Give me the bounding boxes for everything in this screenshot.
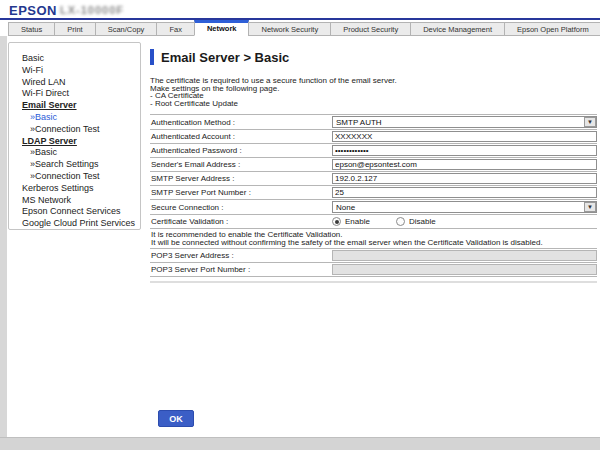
form-row-authenticated-account: Authenticated Account : <box>150 129 597 143</box>
certificate-validation-label: Certificate Validation : <box>150 217 332 226</box>
model-name-blurred: LX-10000F <box>60 4 124 16</box>
footer-bar <box>0 437 600 450</box>
email-server-form: Authentication Method : SMTP AUTH ▼ Auth… <box>150 114 597 283</box>
app-header: EPSON LX-10000F <box>0 0 600 18</box>
form-row-certificate-validation: Certificate Validation : Enable Disable <box>150 214 597 228</box>
sidebar-nav: Basic Wi-Fi Wired LAN Wi-Fi Direct Email… <box>8 42 141 230</box>
certificate-validation-disable-radio[interactable]: Disable <box>396 217 436 226</box>
form-end-divider <box>150 281 597 283</box>
form-row-smtp-server-port: SMTP Server Port Number : <box>150 185 597 199</box>
tab-fax[interactable]: Fax <box>156 22 195 36</box>
disable-radio-label: Disable <box>409 217 436 226</box>
certificate-validation-radio-group: Enable Disable <box>332 217 436 226</box>
sidebar-item-epson-connect-services[interactable]: Epson Connect Services <box>9 206 140 218</box>
top-tab-bar: Status Print Scan/Copy Fax Network Netwo… <box>8 20 600 36</box>
smtp-server-address-input[interactable] <box>332 173 597 184</box>
form-row-authenticated-password: Authenticated Password : <box>150 143 597 157</box>
sidebar-item-ldap-search-settings[interactable]: »Search Settings <box>9 159 140 171</box>
tab-product-security[interactable]: Product Security <box>330 22 411 36</box>
form-row-authentication-method: Authentication Method : SMTP AUTH ▼ <box>150 114 597 129</box>
authenticated-password-label: Authenticated Password : <box>150 146 332 155</box>
sidebar-item-wifi-direct[interactable]: Wi-Fi Direct <box>9 88 140 100</box>
title-accent-bar <box>150 49 154 65</box>
pop3-server-port-input <box>332 264 597 275</box>
authentication-method-label: Authentication Method : <box>150 118 332 127</box>
dropdown-arrow-icon[interactable]: ▼ <box>584 202 596 212</box>
page-title-row: Email Server > Basic <box>150 48 597 66</box>
form-row-smtp-server-address: SMTP Server Address : <box>150 171 597 185</box>
form-row-secure-connection: Secure Connection : None ▼ <box>150 199 597 214</box>
authenticated-password-input[interactable] <box>332 145 597 156</box>
sidebar-item-email-server[interactable]: Email Server <box>9 100 140 112</box>
tab-status[interactable]: Status <box>8 22 55 36</box>
certificate-validation-enable-radio[interactable]: Enable <box>332 217 370 226</box>
senders-email-address-input[interactable] <box>332 159 597 170</box>
pop3-server-address-input <box>332 250 597 261</box>
secure-connection-select[interactable]: None ▼ <box>332 201 597 213</box>
smtp-server-address-label: SMTP Server Address : <box>150 174 332 183</box>
tab-device-management[interactable]: Device Management <box>410 22 505 36</box>
description-line: - Root Certificate Update <box>150 100 597 108</box>
sidebar-item-ldap-connection-test[interactable]: »Connection Test <box>9 171 140 183</box>
secure-connection-value: None <box>333 203 355 212</box>
sidebar-item-wifi[interactable]: Wi-Fi <box>9 65 140 77</box>
smtp-server-port-input[interactable] <box>332 187 597 198</box>
epson-logo: EPSON <box>9 3 57 18</box>
dropdown-arrow-icon[interactable]: ▼ <box>584 117 596 127</box>
form-row-pop3-server-address: POP3 Server Address : <box>150 248 597 262</box>
tab-network-security[interactable]: Network Security <box>248 22 331 36</box>
radio-unselected-icon <box>396 217 405 226</box>
secure-connection-label: Secure Connection : <box>150 203 332 212</box>
authenticated-account-label: Authenticated Account : <box>150 132 332 141</box>
tab-network[interactable]: Network <box>194 20 250 36</box>
tab-scan-copy[interactable]: Scan/Copy <box>95 22 158 36</box>
sidebar-item-google-cloud-print-services[interactable]: Google Cloud Print Services <box>9 218 140 230</box>
pop3-server-address-label: POP3 Server Address : <box>150 251 332 260</box>
main-content: Email Server > Basic The certificate is … <box>150 48 597 283</box>
tab-print[interactable]: Print <box>54 22 95 36</box>
sidebar-item-kerberos-settings[interactable]: Kerberos Settings <box>9 183 140 195</box>
sidebar-item-ldap-basic[interactable]: »Basic <box>9 147 140 159</box>
radio-selected-icon <box>332 217 341 226</box>
note-line: It will be connected without confirming … <box>151 239 597 247</box>
page-title: Email Server > Basic <box>161 50 289 65</box>
sidebar-item-basic[interactable]: Basic <box>9 53 140 65</box>
form-row-pop3-server-port: POP3 Server Port Number : <box>150 262 597 277</box>
enable-radio-label: Enable <box>345 217 370 226</box>
senders-email-address-label: Sender's Email Address : <box>150 160 332 169</box>
authentication-method-select[interactable]: SMTP AUTH ▼ <box>332 116 597 128</box>
page-description: The certificate is required to use a sec… <box>150 77 597 107</box>
sidebar-item-wired-lan[interactable]: Wired LAN <box>9 77 140 89</box>
sidebar-item-email-server-basic[interactable]: »Basic <box>9 112 140 124</box>
tab-epson-open-platform[interactable]: Epson Open Platform <box>504 22 600 36</box>
certificate-validation-note: It is recommended to enable the Certific… <box>150 228 597 249</box>
left-gutter <box>0 36 7 437</box>
smtp-server-port-label: SMTP Server Port Number : <box>150 188 332 197</box>
sidebar-item-ldap-server[interactable]: LDAP Server <box>9 136 140 148</box>
sidebar-item-ms-network[interactable]: MS Network <box>9 195 140 207</box>
form-row-senders-email-address: Sender's Email Address : <box>150 157 597 171</box>
authenticated-account-input[interactable] <box>332 131 597 142</box>
ok-button[interactable]: OK <box>158 410 194 427</box>
authentication-method-value: SMTP AUTH <box>333 118 382 127</box>
pop3-server-port-label: POP3 Server Port Number : <box>150 265 332 274</box>
description-line: Make settings on the following page. <box>150 85 597 93</box>
sidebar-item-email-server-connection-test[interactable]: »Connection Test <box>9 124 140 136</box>
